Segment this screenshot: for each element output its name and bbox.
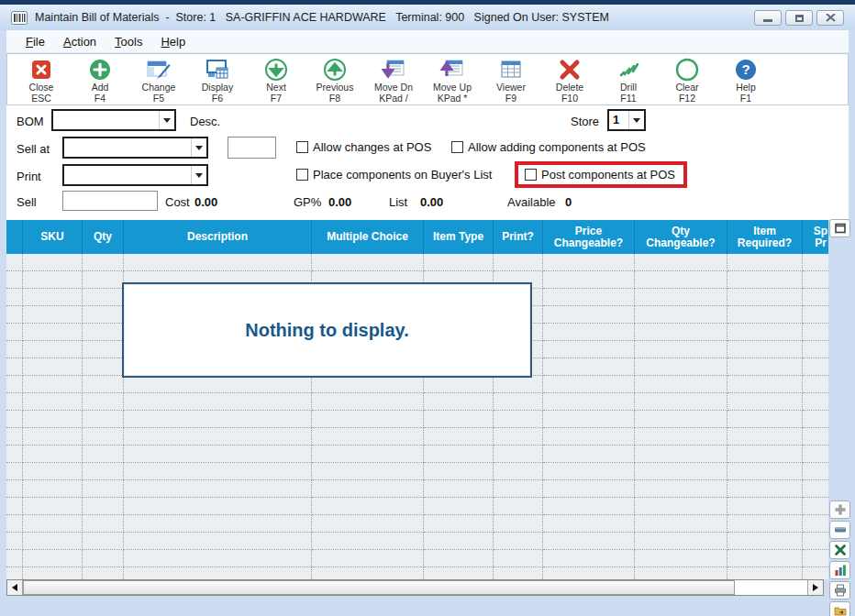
grid-header-cell[interactable]: Item Type [424,220,494,254]
grid-cell[interactable] [727,446,803,463]
grid-cell[interactable] [6,463,23,480]
grid-cell[interactable] [312,567,424,579]
grid-cell[interactable] [83,376,124,393]
grid-cell[interactable] [543,376,635,393]
minimize-button[interactable] [754,10,782,26]
grid-cell[interactable] [83,498,124,515]
grid-header-cell[interactable]: Print? [494,220,543,254]
checkbox-icon[interactable] [296,169,308,181]
grid-cell[interactable] [312,463,424,480]
grid-cell[interactable] [543,358,635,376]
help-button[interactable]: ? Help F1 [720,57,772,104]
grid-cell[interactable] [83,341,124,358]
grid-cell[interactable] [6,306,23,324]
export-folder-button[interactable] [829,601,850,616]
grid-header-cell[interactable]: Qty Changeable? [635,220,727,254]
grid-cell[interactable] [312,376,424,393]
grid-cell[interactable] [6,533,23,550]
checkbox-icon[interactable] [451,141,463,153]
place-components-checkbox-row[interactable]: Place components on Buyer's List [296,168,492,182]
grid-cell[interactable] [635,324,727,341]
grid-cell[interactable] [803,411,828,428]
close-button[interactable]: Close ESC [16,57,67,104]
change-button[interactable]: Change F5 [133,57,184,104]
grid-cell[interactable] [635,567,727,579]
grid-cell[interactable] [543,254,635,271]
title-bar[interactable]: Maintain Bill of Materials - Store: 1 SA… [0,5,855,30]
grid-cell[interactable] [635,480,727,498]
next-button[interactable]: Next F7 [250,57,302,104]
grid-header-cell[interactable] [6,220,23,254]
grid-cell[interactable] [83,324,124,341]
grid-cell[interactable] [494,550,543,567]
grid-cell[interactable] [635,533,727,550]
grid-cell[interactable] [83,271,124,289]
grid-collapse-button[interactable] [829,521,850,539]
grid-header-cell[interactable]: Price Changeable? [543,220,635,254]
grid-cell[interactable] [424,254,494,271]
grid-cell[interactable] [635,463,727,480]
grid-cell[interactable] [727,533,803,550]
grid-cell[interactable] [23,254,83,271]
grid-cell[interactable] [424,498,494,515]
grid-cell[interactable] [124,567,312,579]
grid-cell[interactable] [543,324,635,341]
grid-cell[interactable] [23,533,83,550]
grid-cell[interactable] [83,254,124,271]
grid-cell[interactable] [83,428,124,446]
grid-cell[interactable] [494,393,543,411]
grid-cell[interactable] [543,411,635,428]
grid-cell[interactable] [23,306,83,324]
grid-cell[interactable] [635,289,727,306]
grid-cell[interactable] [83,393,124,411]
grid-cell[interactable] [124,411,312,428]
grid-cell[interactable] [83,289,124,306]
grid-cell[interactable] [83,446,124,463]
grid-cell[interactable] [312,411,424,428]
sell-at-aux-field[interactable] [228,137,276,159]
grid-cell[interactable] [543,289,635,306]
grid-cell[interactable] [83,550,124,567]
grid-cell[interactable] [803,254,828,271]
grid-cell[interactable] [23,341,83,358]
grid-cell[interactable] [803,446,828,463]
grid-cell[interactable] [312,480,424,498]
grid-cell[interactable] [803,480,828,498]
grid-cell[interactable] [424,393,494,411]
grid-cell[interactable] [23,376,83,393]
grid-cell[interactable] [83,463,124,480]
grid-cell[interactable] [727,428,803,446]
grid-cell[interactable] [494,254,543,271]
grid-cell[interactable] [635,271,727,289]
grid-header-cell[interactable]: Qty [83,220,124,254]
grid-cell[interactable] [543,480,635,498]
grid-cell[interactable] [83,306,124,324]
chevron-down-icon[interactable] [159,111,174,129]
display-button[interactable]: Display F6 [192,57,243,104]
grid-cell[interactable] [635,446,727,463]
store-combobox[interactable]: 1 [607,109,646,131]
grid-cell[interactable] [494,515,543,533]
grid-cell[interactable] [494,446,543,463]
grid-cell[interactable] [803,463,828,480]
grid-cell[interactable] [543,306,635,324]
grid-cell[interactable] [803,567,828,579]
menu-help[interactable]: Help [151,32,194,51]
chart-button[interactable] [829,561,850,579]
grid-cell[interactable] [803,498,828,515]
grid-cell[interactable] [803,306,828,324]
grid-cell[interactable] [803,515,828,533]
grid-cell[interactable] [6,271,23,289]
grid-cell[interactable] [6,498,23,515]
grid-cell[interactable] [124,446,312,463]
grid-cell[interactable] [727,411,803,428]
grid-cell[interactable] [727,463,803,480]
grid-cell[interactable] [124,376,312,393]
grid-cell[interactable] [494,428,543,446]
move-down-button[interactable]: Move Dn KPad / [368,57,419,104]
grid-cell[interactable] [803,550,828,567]
grid-cell[interactable] [803,358,828,376]
grid-cell[interactable] [543,341,635,358]
grid-cell[interactable] [727,271,803,289]
grid-cell[interactable] [124,480,312,498]
